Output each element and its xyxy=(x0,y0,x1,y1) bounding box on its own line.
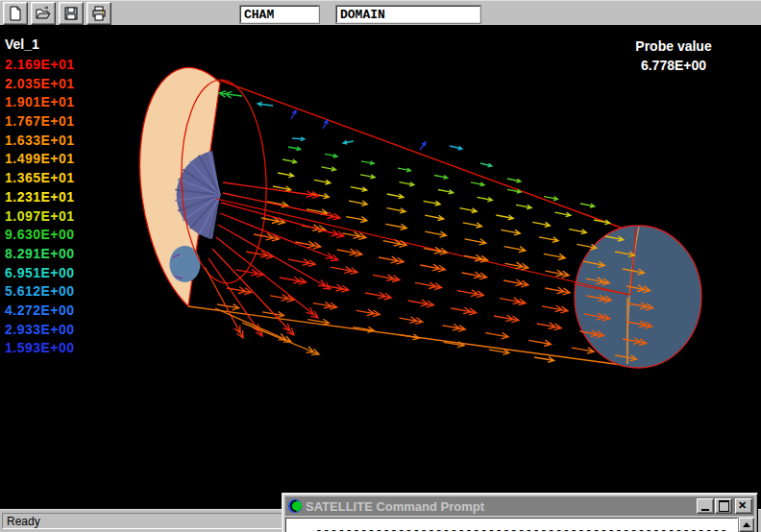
velocity-vector xyxy=(459,208,477,213)
new-file-icon xyxy=(8,6,23,21)
velocity-vector xyxy=(219,91,242,98)
velocity-vector xyxy=(360,175,375,179)
velocity-vector xyxy=(205,267,243,338)
velocity-vector xyxy=(451,307,476,315)
velocity-vector xyxy=(442,325,465,332)
legend-entry: 1.499E+01 xyxy=(5,150,110,169)
velocity-vector xyxy=(462,272,487,279)
cham-field[interactable] xyxy=(240,6,319,23)
velocity-vector xyxy=(280,277,307,284)
maximize-icon xyxy=(719,500,729,512)
velocity-vector xyxy=(385,224,406,230)
velocity-vector xyxy=(516,205,531,208)
velocity-vector xyxy=(246,252,274,259)
velocity-vector xyxy=(528,340,551,346)
legend-entry: 6.951E+00 xyxy=(5,264,110,283)
velocity-vector xyxy=(480,163,492,167)
velocity-vector xyxy=(425,215,444,220)
velocity-vector xyxy=(379,256,404,264)
legend-entry: 9.630E+00 xyxy=(5,226,110,245)
velocity-vector xyxy=(537,323,562,330)
legend-entry: 8.291E+00 xyxy=(5,245,110,264)
velocity-vector xyxy=(399,334,420,340)
velocity-vector xyxy=(282,159,297,163)
velocity-vector xyxy=(408,300,434,307)
velocity-vector xyxy=(236,269,264,277)
velocity-vector xyxy=(501,230,520,235)
domain-field[interactable] xyxy=(336,6,480,23)
phoenics-photon-app: { "toolbar": { "buttons": [ {"name": "ne… xyxy=(0,0,761,532)
velocity-vector xyxy=(465,239,486,245)
velocity-vector xyxy=(292,137,305,141)
velocity-vector xyxy=(463,223,482,228)
satellite-command-prompt-window: SATELLITE Command Prompt ✕ -------------… xyxy=(282,493,758,532)
maximize-button[interactable] xyxy=(715,498,732,514)
legend-entry: 1.633E+01 xyxy=(5,132,110,151)
velocity-vector xyxy=(555,212,571,217)
legend-entry: 5.612E+00 xyxy=(5,282,110,302)
velocity-vector xyxy=(400,182,415,186)
minimize-button[interactable] xyxy=(697,498,714,514)
scroll-up-button[interactable] xyxy=(739,518,754,532)
velocity-vector xyxy=(216,237,318,318)
velocity-vector xyxy=(438,190,454,194)
toolbar xyxy=(0,0,761,25)
velocity-vector xyxy=(346,217,367,223)
velocity-vector xyxy=(373,275,400,282)
satellite-app-icon xyxy=(287,498,303,514)
cone-top-edge xyxy=(221,81,624,229)
new-file-button[interactable] xyxy=(3,2,28,25)
legend-entry: 1.231E+01 xyxy=(5,188,110,207)
close-button[interactable]: ✕ xyxy=(735,498,752,514)
scrollbar[interactable] xyxy=(738,518,754,532)
velocity-vector xyxy=(351,187,367,192)
save-floppy-icon xyxy=(63,6,79,21)
velocity-vector xyxy=(387,208,405,213)
velocity-vector xyxy=(223,193,340,220)
velocity-vector xyxy=(425,231,446,237)
velocity-vector xyxy=(450,146,462,150)
close-icon: ✕ xyxy=(738,500,747,511)
velocity-vector xyxy=(464,254,488,262)
title-bar[interactable]: SATELLITE Command Prompt ✕ xyxy=(285,496,754,516)
output-line: ----------------------------------------… xyxy=(315,523,727,532)
velocity-vector xyxy=(503,279,528,287)
velocity-vector xyxy=(420,142,426,150)
velocity-vector xyxy=(337,249,362,256)
velocity-vector xyxy=(349,201,367,206)
velocity-vector xyxy=(291,110,296,119)
velocity-vector xyxy=(322,167,336,171)
open-folder-icon xyxy=(36,6,51,21)
velocity-vector xyxy=(288,259,315,267)
velocity-vector xyxy=(504,247,526,253)
velocity-vector xyxy=(313,302,337,309)
up-arrow-icon xyxy=(743,522,750,527)
velocity-vector xyxy=(278,173,294,178)
velocity-legend: Vel_1 2.169E+012.035E+011.901E+011.767E+… xyxy=(5,36,110,358)
window-title: SATELLITE Command Prompt xyxy=(306,499,696,514)
velocity-vector xyxy=(489,350,509,355)
velocity-vector xyxy=(485,332,508,338)
legend-entry: 2.169E+01 xyxy=(5,56,110,75)
velocity-vector xyxy=(542,305,568,313)
legend-entry: 4.272E+00 xyxy=(5,302,110,321)
velocity-vector xyxy=(494,315,519,323)
probe-readout: Probe value 6.778E+00 xyxy=(601,36,746,75)
velocity-vector xyxy=(471,182,484,186)
velocity-vector xyxy=(331,267,357,275)
legend-entry: 1.901E+01 xyxy=(5,93,110,112)
legend-entry: 1.593E+00 xyxy=(5,339,110,358)
velocity-vector xyxy=(457,290,483,298)
velocity-vector xyxy=(323,120,328,129)
command-output-area[interactable]: ----------------------------------------… xyxy=(285,518,738,532)
velocity-vector xyxy=(325,154,337,157)
graphics-viewport[interactable] xyxy=(0,25,761,509)
velocity-vector xyxy=(314,180,331,184)
print-button[interactable] xyxy=(86,2,111,25)
velocity-vector xyxy=(572,348,594,353)
legend-title: Vel_1 xyxy=(5,36,110,56)
legend-entry: 2.035E+01 xyxy=(5,75,110,94)
velocity-vector xyxy=(534,357,554,363)
open-file-button[interactable] xyxy=(31,2,56,25)
save-file-button[interactable] xyxy=(59,2,84,25)
